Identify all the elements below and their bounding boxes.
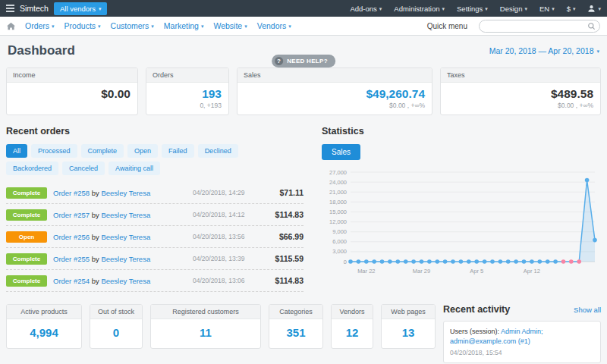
nav-item-website[interactable]: Website▾ — [213, 21, 247, 30]
order-link[interactable]: Order #255 — [53, 255, 90, 263]
home-icon[interactable] — [7, 22, 15, 30]
main-content: Recent orders All Processed Complete Ope… — [0, 126, 607, 292]
mini-card-value[interactable]: 351 — [269, 319, 322, 348]
topbar-item-addons[interactable]: Add-ons▾ — [350, 5, 382, 13]
stat-card-categories: Categories 351 — [269, 304, 323, 349]
order-date: 04/20/2018, 13:39 — [193, 255, 258, 262]
stat-card-label: Sales — [237, 68, 432, 83]
chevron-down-icon: ▾ — [379, 6, 382, 11]
table-row: Complete Order #255 by Beesley Teresa 04… — [6, 248, 304, 270]
stat-card-sub: 0, +193 — [153, 102, 222, 109]
nav-item-label: Marketing — [164, 21, 199, 30]
search-icon[interactable] — [587, 22, 596, 30]
statistics-title: Statistics — [322, 126, 601, 136]
mini-card-label: Out of stock — [90, 305, 142, 319]
stat-card-value[interactable]: $49,260.74 — [244, 86, 425, 101]
quick-menu[interactable]: Quick menu — [427, 22, 467, 30]
menu-icon[interactable] — [6, 5, 14, 12]
filter-all[interactable]: All — [6, 144, 27, 158]
filter-failed[interactable]: Failed — [162, 144, 194, 158]
search-input[interactable] — [479, 20, 600, 33]
status-badge: Complete — [6, 187, 47, 199]
mini-card-value[interactable]: 0 — [90, 319, 142, 348]
order-date: 04/20/2018, 14:29 — [193, 189, 258, 196]
vendor-selector[interactable]: All vendors ▾ — [54, 2, 108, 15]
filter-awaiting-call[interactable]: Awaiting call — [109, 162, 160, 175]
by-label: by — [92, 211, 99, 219]
customer-link[interactable]: Beesley Teresa — [101, 277, 150, 285]
nav-item-products[interactable]: Products▾ — [64, 21, 101, 30]
order-description: Order #254 by Beesley Teresa — [53, 277, 187, 285]
nav-item-vendors[interactable]: Vendors▾ — [257, 21, 291, 30]
filter-open[interactable]: Open — [127, 144, 158, 158]
table-row: Complete Order #257 by Beesley Teresa 04… — [6, 204, 304, 226]
topbar-item-label: Settings — [457, 5, 483, 13]
need-help-button[interactable]: ? NEED HELP? — [272, 55, 335, 67]
stat-card-active-products: Active products 4,994 — [6, 304, 82, 349]
order-date: 04/20/2018, 13:06 — [193, 277, 258, 284]
activity-entry: Users (session): Admin Admin; admin@exam… — [443, 321, 601, 363]
stat-card-taxes: Taxes $489.58 $0.00 , +∞% — [440, 67, 601, 115]
customer-link[interactable]: Beesley Teresa — [101, 233, 150, 241]
mini-card-value[interactable]: 13 — [382, 319, 435, 348]
mini-card-label: Registered customers — [151, 305, 260, 319]
brand-logo[interactable]: Simtech — [20, 4, 49, 13]
nav-item-label: Vendors — [257, 21, 287, 30]
topbar-item-administration[interactable]: Administration▾ — [394, 5, 445, 13]
topbar-item-label: Design — [500, 5, 523, 13]
order-status-filters: All Processed Complete Open Failed Decli… — [6, 144, 256, 175]
search-box — [479, 20, 600, 33]
nav-item-label: Products — [64, 21, 96, 30]
nav-item-customers[interactable]: Customers▾ — [111, 21, 154, 30]
filter-processed[interactable]: Processed — [31, 144, 77, 158]
mini-card-value[interactable]: 12 — [332, 319, 373, 348]
mini-card-label: Active products — [7, 305, 81, 319]
order-link[interactable]: Order #254 — [53, 277, 90, 285]
show-all-link[interactable]: Show all — [574, 306, 601, 314]
language-selector[interactable]: EN▾ — [539, 5, 555, 13]
customer-link[interactable]: Beesley Teresa — [101, 211, 150, 219]
chevron-down-icon: ▾ — [52, 24, 55, 29]
svg-text:12,000: 12,000 — [329, 218, 347, 225]
nav-item-orders[interactable]: Orders▾ — [25, 21, 55, 30]
stat-card-label: Taxes — [441, 68, 600, 83]
stat-card-value[interactable]: 193 — [153, 86, 222, 101]
user-menu[interactable]: ▾ — [587, 5, 601, 13]
filter-canceled[interactable]: Canceled — [62, 162, 105, 175]
stat-card-out-of-stock: Out of stock 0 — [90, 304, 143, 349]
stat-card-sales: Sales $49,260.74 $0.00 , +∞% — [237, 67, 432, 115]
mini-card-value[interactable]: 11 — [151, 319, 260, 348]
order-link[interactable]: Order #256 — [53, 233, 90, 241]
order-total: $114.83 — [264, 276, 304, 285]
date-range-selector[interactable]: Mar 20, 2018 — Apr 20, 2018 ▾ — [489, 46, 599, 55]
sales-chart-container: 03,0006,0009,00012,00015,00018,00021,000… — [322, 166, 601, 283]
topbar-item-label: Administration — [394, 5, 439, 13]
customer-link[interactable]: Beesley Teresa — [101, 189, 150, 197]
topbar-item-settings[interactable]: Settings▾ — [457, 5, 488, 13]
svg-text:Mar 29: Mar 29 — [413, 268, 430, 275]
svg-text:3,000: 3,000 — [332, 249, 347, 256]
nav-item-marketing[interactable]: Marketing▾ — [164, 21, 204, 30]
chevron-down-icon: ▾ — [98, 24, 101, 29]
activity-text: Users (session): Admin Admin; admin@exam… — [450, 327, 594, 346]
topbar-item-design[interactable]: Design▾ — [500, 5, 527, 13]
customer-link[interactable]: Beesley Teresa — [101, 255, 150, 263]
svg-text:15,000: 15,000 — [329, 209, 347, 215]
stat-card-web-pages: Web pages 13 — [381, 304, 436, 349]
filter-declined[interactable]: Declined — [198, 144, 238, 158]
filter-complete[interactable]: Complete — [81, 144, 124, 158]
mini-card-value[interactable]: 4,994 — [7, 319, 81, 348]
stat-card-income: Income $0.00 — [6, 67, 138, 115]
svg-text:Apr 12: Apr 12 — [524, 268, 540, 275]
filter-backordered[interactable]: Backordered — [6, 162, 58, 175]
order-link[interactable]: Order #258 — [53, 189, 90, 197]
tab-sales[interactable]: Sales — [322, 144, 360, 160]
table-row: Complete Order #254 by Beesley Teresa 04… — [6, 270, 304, 292]
chevron-down-icon: ▾ — [573, 6, 576, 11]
svg-text:9,000: 9,000 — [332, 229, 347, 236]
need-help-label: NEED HELP? — [287, 58, 328, 64]
status-badge: Complete — [6, 209, 47, 221]
stat-card-sub: $0.00 , +∞% — [244, 102, 425, 109]
order-link[interactable]: Order #257 — [53, 211, 90, 219]
currency-selector[interactable]: $▾ — [567, 5, 576, 13]
